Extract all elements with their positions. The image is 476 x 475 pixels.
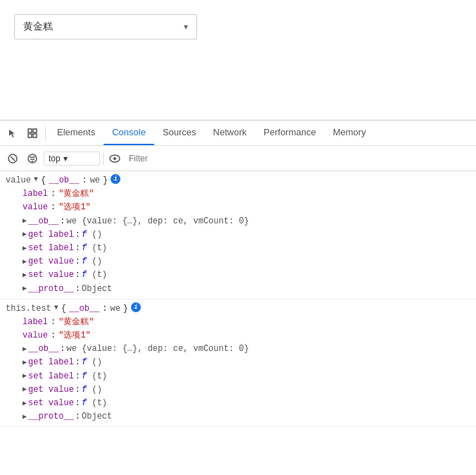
entry-1-header: value ▼ { __ob__ : we } i — [6, 174, 470, 187]
dropdown[interactable]: 黄金糕 ▾ — [14, 14, 197, 39]
entry-1-ob-line[interactable]: ▶ __ob__ : we {value: {…}, dep: ce, vmCo… — [23, 215, 470, 228]
dropdown-value: 黄金糕 — [23, 20, 53, 33]
entry-1-info-icon[interactable]: i — [111, 174, 120, 184]
entry-2-info-icon[interactable]: i — [131, 302, 141, 312]
devtools-toolbar: Elements Console Sources Network Perform… — [0, 121, 476, 146]
filter-toggle-button[interactable] — [24, 150, 41, 167]
clear-console-button[interactable] — [4, 150, 21, 167]
console-entry-2: this.test ▼ { __ob__ : we } i label : "黄… — [0, 300, 476, 428]
entry-1-obj-open: { — [41, 174, 46, 187]
entry-2-label-prop: label : "黄金糕" — [23, 316, 470, 329]
svg-line-5 — [11, 156, 15, 161]
entry-1-set-label[interactable]: ▶ set label : f (t) — [23, 242, 470, 255]
tab-memory[interactable]: Memory — [325, 121, 375, 145]
inspect-icon[interactable] — [23, 123, 42, 143]
entry-1-label-prop: label : "黄金糕" — [23, 187, 470, 201]
toolbar-separator — [45, 126, 46, 140]
entry-2-ob-line[interactable]: ▶ __ob__ : we {value: {…}, dep: ce, vmCo… — [23, 343, 470, 356]
entry-2-proto[interactable]: ▶ __proto__ : Object — [23, 410, 470, 424]
console-output: value ▼ { __ob__ : we } i label : "黄金糕" … — [0, 171, 476, 475]
filter-input[interactable] — [126, 152, 472, 165]
eye-icon[interactable] — [106, 150, 123, 167]
tab-console[interactable]: Console — [104, 121, 154, 145]
entry-2-get-value[interactable]: ▶ get value : f () — [23, 383, 470, 397]
entry-2-prefix: this.test — [6, 302, 51, 316]
entry-1-prefix: value — [6, 174, 31, 187]
tab-performance[interactable]: Performance — [255, 121, 324, 145]
tab-elements[interactable]: Elements — [49, 121, 104, 145]
tab-bar: Elements Console Sources Network Perform… — [49, 121, 375, 145]
entry-2-expand-arrow[interactable]: ▼ — [54, 302, 58, 314]
context-arrow-icon: ▾ — [63, 154, 68, 164]
dropdown-arrow-icon: ▾ — [184, 22, 188, 32]
entry-1-ob-key: __ob__ — [49, 174, 79, 187]
entry-1-get-label[interactable]: ▶ get label : f () — [23, 228, 470, 242]
entry-1-expanded: label : "黄金糕" value : "选项1" ▶ __ob__ : w… — [6, 187, 470, 296]
entry-2-set-label[interactable]: ▶ set label : f (t) — [23, 370, 470, 383]
svg-rect-1 — [33, 129, 37, 132]
devtools-panel: Elements Console Sources Network Perform… — [0, 120, 476, 475]
tab-network[interactable]: Network — [205, 121, 256, 145]
context-label: top — [49, 154, 61, 164]
entry-1-value-prop: value : "选项1" — [23, 201, 470, 214]
entry-2-set-value[interactable]: ▶ set value : f (t) — [23, 397, 470, 410]
filter-bar: top ▾ — [0, 146, 476, 171]
tab-sources[interactable]: Sources — [154, 121, 205, 145]
console-entry-1: value ▼ { __ob__ : we } i label : "黄金糕" … — [0, 171, 476, 300]
entry-1-proto[interactable]: ▶ __proto__ : Object — [23, 283, 470, 296]
cursor-icon[interactable] — [3, 123, 23, 143]
entry-1-expand-arrow[interactable]: ▼ — [34, 174, 38, 185]
entry-1-get-value[interactable]: ▶ get value : f () — [23, 255, 470, 269]
filter-divider — [103, 152, 104, 166]
entry-2-value-prop: value : "选项1" — [23, 329, 470, 343]
svg-rect-0 — [28, 129, 32, 132]
svg-rect-3 — [33, 134, 37, 137]
context-select[interactable]: top ▾ — [44, 152, 100, 166]
webpage-area: 黄金糕 ▾ — [0, 0, 476, 120]
entry-2-expanded: label : "黄金糕" value : "选项1" ▶ __ob__ : w… — [6, 316, 470, 424]
dropdown-container: 黄金糕 ▾ — [14, 14, 197, 39]
entry-1-set-value[interactable]: ▶ set value : f (t) — [23, 269, 470, 282]
svg-rect-2 — [28, 134, 32, 137]
entry-2-header: this.test ▼ { __ob__ : we } i — [6, 302, 470, 316]
svg-point-11 — [113, 157, 116, 160]
entry-2-get-label[interactable]: ▶ get label : f () — [23, 356, 470, 369]
